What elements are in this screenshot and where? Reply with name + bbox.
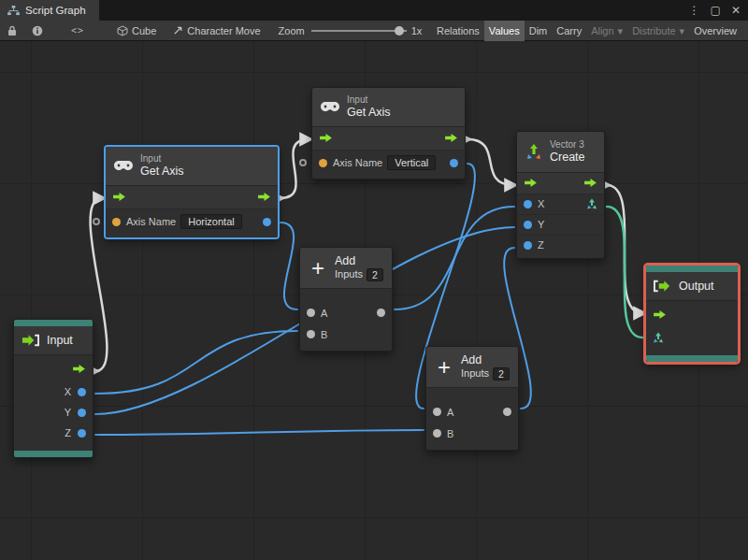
node-header[interactable]: Vector 3 Create xyxy=(517,132,604,173)
flow-out-port[interactable] xyxy=(72,364,86,374)
dim-button[interactable]: Dim xyxy=(525,21,553,41)
sum-out-port[interactable] xyxy=(377,309,385,317)
port-label-z: Z xyxy=(538,239,544,251)
info-icon[interactable] xyxy=(28,25,47,36)
flow-in-port[interactable] xyxy=(653,309,667,320)
code-icon[interactable]: <> xyxy=(67,25,88,36)
node-graph-input[interactable]: Input X Y Z xyxy=(13,319,94,458)
port-label-z: Z xyxy=(65,427,71,438)
vector3-in-port[interactable] xyxy=(653,332,664,343)
input-b-port[interactable] xyxy=(433,429,441,438)
lock-icon[interactable] xyxy=(4,25,21,36)
string-port-dot[interactable] xyxy=(112,218,121,226)
align-label: Align xyxy=(591,25,613,36)
edge-data-input-z-to-add2-b[interactable] xyxy=(95,430,424,435)
node-subtitle: Input xyxy=(140,153,184,165)
vector3-out-port[interactable] xyxy=(586,198,597,209)
distribute-dropdown[interactable]: Distribute ▾ xyxy=(627,21,689,41)
node-header[interactable]: Input Get Axis xyxy=(106,147,278,186)
script-graph-icon xyxy=(7,6,20,16)
node-title: Add xyxy=(461,353,510,367)
axis-name-field[interactable]: Vertical xyxy=(387,155,436,170)
inputs-count-field[interactable]: 2 xyxy=(367,268,383,281)
inputs-count-field[interactable]: 2 xyxy=(493,367,510,381)
node-vector3-create[interactable]: Vector 3 Create X Y Z xyxy=(516,131,605,259)
flow-in-port[interactable] xyxy=(112,192,126,202)
accent-strip-top xyxy=(14,320,93,326)
node-graph-output[interactable]: Output xyxy=(645,265,739,363)
flow-out-port[interactable] xyxy=(583,178,597,188)
node-header[interactable]: Output xyxy=(646,272,738,301)
flow-ports-row xyxy=(646,301,738,327)
node-header[interactable]: Input xyxy=(14,326,93,355)
flow-ports-row xyxy=(312,127,465,150)
toolbar-right-group: Relations Values Dim Carry Align ▾ Distr… xyxy=(432,21,741,41)
port-label-x: X xyxy=(65,386,71,397)
plus-icon: + xyxy=(309,259,327,278)
chevron-down-icon: ▾ xyxy=(680,25,685,37)
output-y-port[interactable] xyxy=(78,409,86,417)
inputs-label: Inputs xyxy=(461,367,489,380)
character-move-button[interactable]: Character Move xyxy=(168,21,265,41)
values-button[interactable]: Values xyxy=(484,21,525,41)
edge-flow-getaxis-horizontal-to-getaxis-vertical[interactable] xyxy=(280,139,309,198)
axis-name-field[interactable]: Horizontal xyxy=(180,214,242,229)
input-y-port[interactable] xyxy=(524,221,532,229)
tab-script-graph[interactable]: Script Graph xyxy=(0,0,99,21)
axis-name-port[interactable] xyxy=(93,218,100,225)
unity-script-graph-window: { "window": { "tab": "Script Graph", "co… xyxy=(0,0,748,560)
port-row-y: Y xyxy=(517,214,604,235)
input-a-port[interactable] xyxy=(307,309,315,317)
zoom-slider-knob[interactable] xyxy=(395,26,404,36)
overview-button[interactable]: Overview xyxy=(689,21,741,41)
graph-input-icon xyxy=(22,334,39,347)
axis-name-port[interactable] xyxy=(299,159,307,166)
node-get-axis-vertical[interactable]: Input Get Axis Axis Name Vertical xyxy=(311,87,466,179)
flow-out-port[interactable] xyxy=(444,133,458,143)
port-row-z: Z xyxy=(517,235,604,255)
string-port-dot[interactable] xyxy=(319,159,327,167)
graph-asset-icon xyxy=(173,25,183,36)
relations-button[interactable]: Relations xyxy=(432,21,484,41)
maximize-icon[interactable]: ▢ xyxy=(711,4,721,17)
vector3-icon xyxy=(525,143,542,160)
node-header[interactable]: + Add Inputs 2 xyxy=(426,347,518,388)
zoom-slider-track[interactable] xyxy=(311,30,407,32)
edge-data-input-x-to-add1-b[interactable] xyxy=(95,331,297,394)
port-label-x: X xyxy=(538,198,544,209)
edge-data-getaxis-horizontal-to-add1-a[interactable] xyxy=(280,223,297,309)
chevron-down-icon: ▾ xyxy=(618,25,624,37)
align-dropdown[interactable]: Align ▾ xyxy=(586,21,627,41)
flow-in-port[interactable] xyxy=(319,133,333,143)
node-add-2[interactable]: + Add Inputs 2 A B xyxy=(425,346,519,451)
flow-out-port[interactable] xyxy=(257,192,271,202)
zoom-value: 1x xyxy=(411,25,423,36)
accent-strip-bottom xyxy=(14,451,93,457)
flow-in-port[interactable] xyxy=(524,178,538,188)
output-x-port[interactable] xyxy=(78,388,86,396)
port-label-a: A xyxy=(321,308,327,319)
node-title: Get Axis xyxy=(140,165,184,179)
cube-object-button[interactable]: Cube xyxy=(112,21,161,41)
node-header[interactable]: Input Get Axis xyxy=(312,88,465,127)
float-out-port[interactable] xyxy=(263,218,271,226)
float-out-port[interactable] xyxy=(450,159,458,167)
carry-button[interactable]: Carry xyxy=(552,21,586,41)
node-header[interactable]: + Add Inputs 2 xyxy=(300,248,392,289)
node-get-axis-horizontal[interactable]: Input Get Axis Axis Name Horizontal xyxy=(105,146,279,238)
close-icon[interactable]: ✕ xyxy=(731,4,741,17)
kebab-menu-icon[interactable]: ⋮ xyxy=(689,4,700,17)
input-x-port[interactable] xyxy=(524,200,532,208)
node-add-1[interactable]: + Add Inputs 2 A B xyxy=(299,247,393,352)
spacer xyxy=(14,443,93,448)
input-a-port[interactable] xyxy=(433,408,441,416)
sum-out-port[interactable] xyxy=(503,408,511,416)
output-z-port[interactable] xyxy=(78,429,86,438)
port-label-y: Y xyxy=(538,219,544,230)
input-z-port[interactable] xyxy=(524,241,532,250)
zoom-label: Zoom xyxy=(279,25,305,36)
input-b-port[interactable] xyxy=(307,330,315,338)
zoom-slider[interactable] xyxy=(311,21,407,41)
accent-strip-top xyxy=(646,266,738,272)
port-row-y: Y xyxy=(14,402,93,423)
